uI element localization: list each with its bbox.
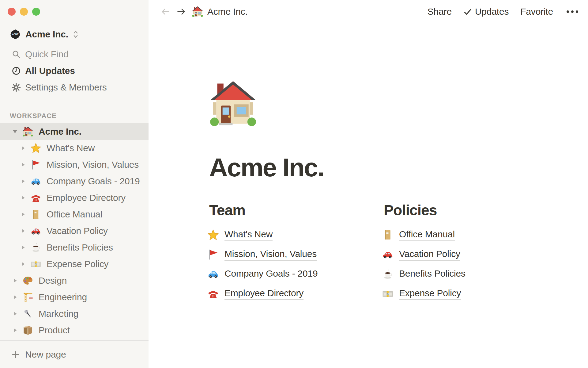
- page-link-label: Employee Directory: [224, 288, 303, 300]
- sidebar-item-label: Product: [39, 325, 70, 335]
- new-page-button[interactable]: New page: [0, 340, 149, 368]
- sidebar-item-label: Acme Inc.: [39, 126, 81, 137]
- page-columns: TeamWhat's NewMission, Vision, ValuesCom…: [209, 201, 588, 304]
- page-link-expense-policy[interactable]: Expense Policy: [384, 284, 558, 304]
- updates-button[interactable]: Updates: [463, 6, 509, 17]
- house-emoji[interactable]: [209, 80, 257, 128]
- sidebar-item-acme-inc[interactable]: Acme Inc.: [0, 123, 149, 140]
- sidebar-item-expense-policy[interactable]: Expense Policy: [0, 256, 149, 272]
- sidebar-item-label: Design: [39, 275, 67, 286]
- sidebar-item-employee-directory[interactable]: Employee Directory: [0, 190, 149, 206]
- star-emoji: [31, 143, 41, 153]
- share-label: Share: [428, 6, 452, 17]
- search-icon: [12, 50, 21, 59]
- triangle-down-icon[interactable]: [12, 129, 18, 134]
- telephone-emoji: [31, 193, 41, 203]
- workspace-switcher[interactable]: Acme Inc.: [0, 28, 149, 41]
- close-window-button[interactable]: [8, 8, 16, 16]
- triangle-right-icon[interactable]: [20, 261, 26, 267]
- flag-emoji: [31, 159, 41, 170]
- sidebar-item-quick-find[interactable]: Quick Find: [0, 46, 149, 63]
- topbar-actions: Share Updates Favorite: [428, 6, 580, 17]
- page-link-label: Benefits Policies: [399, 268, 466, 280]
- sidebar-item-label: Marketing: [39, 309, 78, 319]
- triangle-right-icon[interactable]: [12, 328, 18, 333]
- workspace-name: Acme Inc.: [25, 29, 68, 40]
- triangle-right-icon[interactable]: [12, 294, 18, 300]
- page-link-label: What's New: [224, 229, 273, 241]
- triangle-right-icon[interactable]: [20, 228, 26, 234]
- red-car-emoji: [382, 249, 393, 260]
- share-button[interactable]: Share: [428, 6, 452, 17]
- window-controls: [8, 8, 40, 16]
- minimize-window-button[interactable]: [20, 8, 28, 16]
- column-team: TeamWhat's NewMission, Vision, ValuesCom…: [209, 201, 384, 304]
- triangle-right-icon[interactable]: [20, 195, 26, 201]
- house-emoji: [192, 6, 203, 17]
- sidebar-item-label: Engineering: [39, 292, 87, 302]
- page-link-label: Office Manual: [399, 229, 455, 241]
- link-list: What's NewMission, Vision, ValuesCompany…: [209, 225, 384, 304]
- triangle-right-icon[interactable]: [20, 145, 26, 151]
- page-link-what-s-new[interactable]: What's New: [209, 225, 384, 245]
- sidebar-item-what-s-new[interactable]: What's New: [0, 140, 149, 156]
- sidebar-item-label: Office Manual: [47, 209, 102, 220]
- sidebar-item-vacation-policy[interactable]: Vacation Policy: [0, 223, 149, 239]
- page-link-mission-vision-values[interactable]: Mission, Vision, Values: [209, 245, 384, 264]
- sidebar-item-marketing[interactable]: Marketing: [0, 305, 149, 322]
- sidebar-item-label: Expense Policy: [47, 259, 108, 269]
- sidebar-item-mission-vision-values[interactable]: Mission, Vision, Values: [0, 156, 149, 173]
- sidebar-item-label: Benefits Policies: [47, 242, 113, 253]
- ellipsis-icon[interactable]: [565, 7, 580, 16]
- crane-emoji: [23, 292, 33, 302]
- triangle-right-icon[interactable]: [12, 278, 18, 283]
- sidebar-item-benefits-policies[interactable]: Benefits Policies: [0, 239, 149, 256]
- sidebar-item-design[interactable]: Design: [0, 272, 149, 289]
- sidebar-item-product[interactable]: Product: [0, 322, 149, 339]
- sidebar-item-all-updates[interactable]: All Updates: [0, 63, 149, 79]
- page-content: Acme Inc. TeamWhat's NewMission, Vision,…: [149, 23, 588, 304]
- page-link-label: Vacation Policy: [399, 249, 460, 261]
- page-link-vacation-policy[interactable]: Vacation Policy: [384, 245, 558, 264]
- blue-car-emoji: [31, 176, 41, 186]
- sidebar: Acme Inc. Quick FindAll UpdatesSettings …: [0, 0, 149, 368]
- check-icon: [463, 7, 472, 16]
- house-emoji: [23, 126, 33, 137]
- triangle-right-icon[interactable]: [20, 212, 26, 217]
- new-page-label: New page: [25, 349, 66, 360]
- page-link-label: Expense Policy: [399, 288, 461, 300]
- page-link-office-manual[interactable]: Office Manual: [384, 225, 558, 245]
- telephone-emoji: [208, 288, 219, 299]
- flag-emoji: [208, 249, 219, 260]
- triangle-right-icon[interactable]: [20, 178, 26, 184]
- sidebar-item-engineering[interactable]: Engineering: [0, 289, 149, 305]
- sidebar-item-settings-members[interactable]: Settings & Members: [0, 79, 149, 96]
- arrow-left-icon[interactable]: [160, 7, 171, 16]
- workspace-section-label: WORKSPACE: [10, 112, 149, 120]
- favorite-button[interactable]: Favorite: [520, 6, 553, 17]
- page-title[interactable]: Acme Inc.: [209, 153, 588, 182]
- page-link-company-goals-2019[interactable]: Company Goals - 2019: [209, 264, 384, 284]
- page-link-employee-directory[interactable]: Employee Directory: [209, 284, 384, 304]
- column-policies: PoliciesOffice ManualVacation PolicyBene…: [384, 201, 558, 304]
- sidebar-menu: Quick FindAll UpdatesSettings & Members: [0, 46, 149, 96]
- sidebar-item-office-manual[interactable]: Office Manual: [0, 206, 149, 223]
- breadcrumb[interactable]: Acme Inc.: [207, 6, 248, 17]
- arrow-right-icon[interactable]: [176, 7, 187, 16]
- sidebar-item-label: Settings & Members: [25, 82, 107, 93]
- coffee-emoji: [31, 242, 41, 253]
- triangle-right-icon[interactable]: [12, 311, 18, 316]
- triangle-right-icon[interactable]: [20, 245, 26, 250]
- sidebar-item-company-goals-2019[interactable]: Company Goals - 2019: [0, 173, 149, 190]
- sidebar-item-label: Employee Directory: [47, 193, 126, 203]
- page-link-benefits-policies[interactable]: Benefits Policies: [384, 264, 558, 284]
- sidebar-item-label: What's New: [47, 143, 95, 153]
- zoom-window-button[interactable]: [32, 8, 40, 16]
- package-emoji: [23, 325, 33, 335]
- star-emoji: [208, 229, 219, 240]
- sidebar-item-label: Mission, Vision, Values: [47, 159, 139, 170]
- money-emoji: [382, 288, 393, 299]
- chevron-up-down-icon: [72, 30, 79, 39]
- sidebar-item-label: All Updates: [25, 66, 75, 76]
- triangle-right-icon[interactable]: [20, 162, 26, 167]
